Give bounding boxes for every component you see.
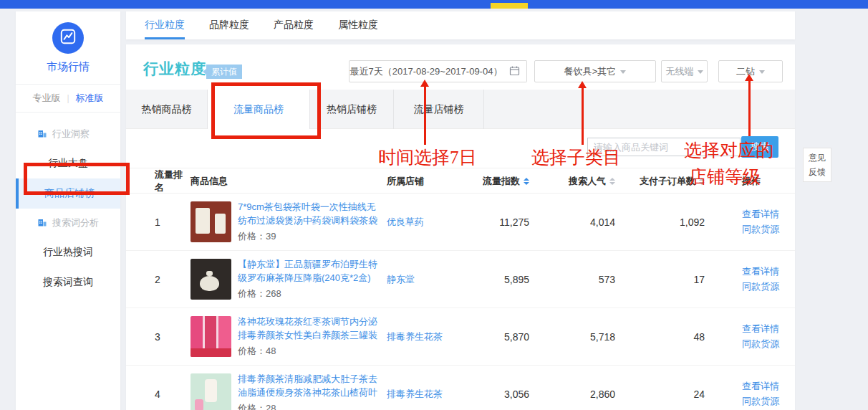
actions-cell: 查看详情 同款货源 xyxy=(705,379,795,409)
product-title-link[interactable]: 7*9cm茶包袋茶叶袋一次性抽线无纺布过滤袋煲汤中药袋调料袋茶袋 xyxy=(238,201,378,228)
chevron-down-icon xyxy=(620,70,626,74)
sidebar-item-product-shop-rank[interactable]: 商品店铺榜 xyxy=(16,178,120,209)
annotation-category-select: 选择子类目 xyxy=(531,146,621,169)
product-price: 价格：28 xyxy=(238,402,378,410)
version-switcher: 专业版 | 标准版 xyxy=(16,84,120,113)
tab-brand-granularity[interactable]: 品牌粒度 xyxy=(209,11,249,39)
version-separator: | xyxy=(67,93,69,103)
rank-cell: 2 xyxy=(155,274,191,285)
actions-cell: 查看详情 同款货源 xyxy=(705,264,795,295)
version-tab-pro[interactable]: 专业版 xyxy=(32,92,60,105)
terminal-dropdown-value: 无线端 xyxy=(666,65,694,78)
tab-traffic-product-rank[interactable]: 流量商品榜 xyxy=(208,90,310,129)
product-thumbnail[interactable] xyxy=(191,201,231,242)
same-supply-link[interactable]: 同款货源 xyxy=(742,280,795,295)
view-detail-link[interactable]: 查看详情 xyxy=(742,379,795,394)
feedback-button[interactable]: 意见 反馈 xyxy=(803,148,831,182)
annotation-shop-level-line1: 选择对应的 xyxy=(684,138,773,162)
feedback-label-line2: 反馈 xyxy=(804,165,831,179)
sidebar-item-search-word-query[interactable]: 搜索词查询 xyxy=(16,267,120,297)
rank-table: 流量排名 商品信息 所属店铺 流量指数 搜索人气 支付子订单数 操作 1 xyxy=(126,168,795,410)
col-header-shop: 所属店铺 xyxy=(378,175,461,188)
sort-icon[interactable] xyxy=(524,178,529,185)
nav-section-label: 行业洞察 xyxy=(52,128,90,140)
search-popularity-value: 573 xyxy=(529,274,615,285)
pay-suborders-value: 24 xyxy=(615,388,705,400)
product-cell: 【静东堂】正品新疆罗布泊野生特级罗布麻茶降压降脂(240克*2盒) 价格：268 xyxy=(191,258,378,300)
feedback-label-line1: 意见 xyxy=(804,151,831,165)
product-price: 价格：268 xyxy=(238,287,378,300)
actions-cell: 查看详情 同款货源 xyxy=(705,207,795,237)
view-detail-link[interactable]: 查看详情 xyxy=(742,322,795,337)
pay-suborders-value: 48 xyxy=(615,331,705,343)
tab-product-granularity[interactable]: 产品粒度 xyxy=(274,11,314,39)
building-icon xyxy=(37,128,47,140)
product-thumbnail[interactable] xyxy=(191,259,231,300)
traffic-index-value: 5,870 xyxy=(461,331,529,343)
calendar-button[interactable] xyxy=(503,60,527,82)
annotation-arrow-date xyxy=(424,86,426,145)
col-header-label: 支付子订单数 xyxy=(640,175,695,188)
terminal-dropdown[interactable]: 无线端 xyxy=(661,60,708,82)
main-panel: 行业粒度 累计值 最近7天（2017-08-29~2017-09-04） 餐饮具… xyxy=(126,44,795,410)
sort-icon[interactable] xyxy=(609,178,615,185)
table-row: 1 7*9cm茶包袋茶叶袋一次性抽线无纺布过滤袋煲汤中药袋调料袋茶袋 价格：39… xyxy=(126,194,795,251)
sidebar-item-hot-search-words[interactable]: 行业热搜词 xyxy=(16,237,120,267)
tab-traffic-shop-rank[interactable]: 流量店铺榜 xyxy=(394,90,484,129)
product-price: 价格：48 xyxy=(238,345,378,358)
shop-link[interactable]: 排毒养生花茶 xyxy=(378,330,461,343)
product-cell: 排毒养颜茶清脂减肥减大肚子茶去油脂通便瘦身茶洛神花茶山楂荷叶 价格：28 xyxy=(191,373,378,410)
col-header-traffic-rank: 流量排名 xyxy=(155,168,191,194)
same-supply-link[interactable]: 同款货源 xyxy=(742,394,795,409)
shop-link[interactable]: 排毒养生花茶 xyxy=(378,388,461,401)
annotation-arrow-level xyxy=(748,80,751,136)
tab-attribute-granularity[interactable]: 属性粒度 xyxy=(338,11,378,39)
product-cell: 洛神花玫瑰花茶红枣茶调节内分泌排毒养颜茶女性美白养颜茶三罐装 价格：48 xyxy=(191,315,378,358)
product-title-link[interactable]: 排毒养颜茶清脂减肥减大肚子茶去油脂通便瘦身茶洛神花茶山楂荷叶 xyxy=(238,373,378,400)
product-cell: 7*9cm茶包袋茶叶袋一次性抽线无纺布过滤袋煲汤中药袋调料袋茶袋 价格：39 xyxy=(191,201,378,243)
granularity-tabbar: 行业粒度 品牌粒度 产品粒度 属性粒度 xyxy=(126,11,795,39)
rank-tabbar: 热销商品榜 流量商品榜 热销店铺榜 流量店铺榜 xyxy=(126,90,795,129)
sidebar: 市场行情 专业版 | 标准版 行业洞察 行业大盘 商品店铺榜 xyxy=(16,11,120,410)
product-title-link[interactable]: 洛神花玫瑰花茶红枣茶调节内分泌排毒养颜茶女性美白养颜茶三罐装 xyxy=(238,315,378,343)
view-detail-link[interactable]: 查看详情 xyxy=(742,207,795,222)
annotation-arrow-category xyxy=(582,87,584,145)
table-row: 2 【静东堂】正品新疆罗布泊野生特级罗布麻茶降压降脂(240克*2盒) 价格：2… xyxy=(126,251,795,308)
product-thumbnail[interactable] xyxy=(191,373,231,410)
sidebar-nav: 行业洞察 行业大盘 商品店铺榜 搜索词分析 行业热搜词 搜索词查询 xyxy=(16,113,120,297)
product-thumbnail[interactable] xyxy=(191,316,231,357)
category-dropdown[interactable]: 餐饮具>其它 xyxy=(534,60,656,82)
product-title-link[interactable]: 【静东堂】正品新疆罗布泊野生特级罗布麻茶降压降脂(240克*2盒) xyxy=(238,258,378,285)
cumulative-badge: 累计值 xyxy=(206,65,242,79)
page-title: 行业粒度 xyxy=(143,59,206,79)
top-browser-bar xyxy=(0,0,868,9)
sidebar-item-industry-market[interactable]: 行业大盘 xyxy=(16,148,120,178)
category-dropdown-value: 餐饮具>其它 xyxy=(564,65,617,78)
calendar-icon xyxy=(509,65,520,78)
version-tab-standard[interactable]: 标准版 xyxy=(76,92,104,105)
same-supply-link[interactable]: 同款货源 xyxy=(742,222,795,237)
building-icon xyxy=(37,217,47,229)
nav-section-search-analysis: 搜索词分析 xyxy=(16,209,120,237)
pay-suborders-value: 1,092 xyxy=(615,216,705,228)
rank-cell: 3 xyxy=(155,331,191,343)
shop-link[interactable]: 优良草药 xyxy=(378,216,461,229)
nav-section-label: 搜索词分析 xyxy=(52,216,99,229)
tab-hot-product-rank[interactable]: 热销商品榜 xyxy=(126,90,208,129)
table-row: 4 排毒养颜茶清脂减肥减大肚子茶去油脂通便瘦身茶洛神花茶山楂荷叶 价格：28 排… xyxy=(126,366,795,410)
annotation-shop-level-line2: 店铺等级 xyxy=(689,165,761,189)
app-title: 市场行情 xyxy=(16,60,120,84)
tab-industry-granularity[interactable]: 行业粒度 xyxy=(145,11,185,39)
view-detail-link[interactable]: 查看详情 xyxy=(742,264,795,280)
traffic-index-value: 5,895 xyxy=(461,274,529,285)
col-header-search-popularity[interactable]: 搜索人气 xyxy=(529,175,615,188)
pay-suborders-value: 17 xyxy=(615,274,705,285)
same-supply-link[interactable]: 同款货源 xyxy=(742,337,795,352)
shop-link[interactable]: 静东堂 xyxy=(378,273,461,286)
tab-hot-shop-rank[interactable]: 热销店铺榜 xyxy=(310,90,394,129)
traffic-index-value: 11,275 xyxy=(461,216,529,228)
app-logo[interactable] xyxy=(52,22,84,54)
chevron-down-icon xyxy=(759,70,765,74)
line-chart-icon xyxy=(59,27,77,49)
col-header-traffic-index[interactable]: 流量指数 xyxy=(461,175,529,188)
